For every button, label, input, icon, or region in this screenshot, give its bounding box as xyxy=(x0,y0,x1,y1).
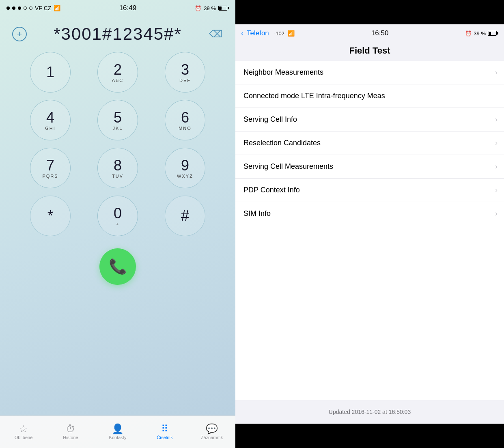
call-button-row: 📞 xyxy=(99,240,136,291)
tab-kontakty[interactable]: 👤 Kontakty xyxy=(101,424,134,440)
backspace-icon: ⌫ xyxy=(209,28,223,40)
chevron-right-icon-5: › xyxy=(495,186,498,194)
backspace-button[interactable]: ⌫ xyxy=(209,27,223,41)
call-button[interactable]: 📞 xyxy=(99,248,136,285)
add-contact-button[interactable]: + xyxy=(12,27,27,41)
key-1[interactable]: 1 xyxy=(30,52,71,93)
back-label[interactable]: Telefon xyxy=(247,29,269,37)
menu-item-pdp-context-info[interactable]: PDP Context Info › xyxy=(235,179,504,202)
dialpad-icon: ⠿ xyxy=(161,424,168,434)
key-4[interactable]: 4 GHI xyxy=(30,100,71,140)
updated-row: Updated 2016-11-02 at 16:50:03 xyxy=(235,400,504,424)
signal-carrier-group: VF CZ 📶 xyxy=(6,5,60,11)
chevron-right-icon-6: › xyxy=(495,209,498,218)
tab-zaznamnik-label: Záznamník xyxy=(201,435,223,440)
key-9[interactable]: 9 WXYZ xyxy=(165,148,205,188)
menu-label-reselection-candidates: Reselection Candidates xyxy=(243,139,321,147)
tab-historie[interactable]: ⏱ Historie xyxy=(54,424,87,440)
tab-kontakty-label: Kontakty xyxy=(109,435,127,440)
tab-ciselnik-label: Číselník xyxy=(157,435,173,440)
key-7[interactable]: 7 PQRS xyxy=(30,148,71,188)
key-0[interactable]: 0 + xyxy=(97,196,138,236)
alarm-icon-right: ⏰ xyxy=(465,30,472,37)
battery-text-right: 39 % xyxy=(474,30,486,37)
updated-text: Updated 2016-11-02 at 16:50:03 xyxy=(329,409,411,415)
add-icon: + xyxy=(17,29,22,39)
history-icon: ⏱ xyxy=(66,424,75,434)
time-right: 16:50 xyxy=(371,29,389,37)
page-title-row: Field Test xyxy=(235,42,504,61)
menu-label-connected-mode-lte: Connected mode LTE Intra-frequency Meas xyxy=(243,92,385,100)
dial-number-display: *3001#12345#* xyxy=(12,24,223,44)
signal-dot-2 xyxy=(12,6,15,10)
voicemail-icon: 💬 xyxy=(206,424,218,434)
key-hash[interactable]: # xyxy=(165,196,205,236)
status-bar-right: ‹ Telefon -102 📶 16:50 ⏰ 39 % xyxy=(235,24,504,42)
key-8[interactable]: 8 TUV xyxy=(97,148,138,188)
signal-dot-4 xyxy=(24,6,27,10)
key-3[interactable]: 3 DEF xyxy=(165,52,205,93)
menu-item-neighbor-measurements[interactable]: Neighbor Measurements › xyxy=(235,61,504,84)
menu-item-connected-mode-lte[interactable]: Connected mode LTE Intra-frequency Meas xyxy=(235,84,504,108)
menu-label-sim-info: SIM Info xyxy=(243,209,271,218)
wifi-icon-right: 📶 xyxy=(288,30,295,37)
menu-item-serving-cell-measurements[interactable]: Serving Cell Measurements › xyxy=(235,155,504,179)
wifi-icon: 📶 xyxy=(54,5,60,11)
signal-dot-3 xyxy=(18,6,21,10)
page-title: Field Test xyxy=(235,45,504,56)
chevron-right-icon-2: › xyxy=(495,115,498,124)
tab-historie-label: Historie xyxy=(63,435,78,440)
dialer-panel: VF CZ 📶 16:49 ⏰ 39 % + *3001#12345#* ⌫ 1 xyxy=(0,0,235,448)
tab-oblibene-label: Oblíbené xyxy=(15,435,33,440)
phone-icon: 📞 xyxy=(109,258,127,275)
battery-icon-left xyxy=(218,6,229,11)
key-5[interactable]: 5 JKL xyxy=(97,100,138,140)
battery-group-right: ⏰ 39 % xyxy=(465,30,498,37)
chevron-right-icon-0: › xyxy=(495,68,498,77)
menu-label-serving-cell-measurements: Serving Cell Measurements xyxy=(243,162,333,171)
battery-text-left: 39 % xyxy=(204,5,216,11)
bottom-tabs: ☆ Oblíbené ⏱ Historie 👤 Kontakty ⠿ Čísel… xyxy=(0,416,235,448)
signal-dot-1 xyxy=(6,6,10,10)
keypad: 1 2 ABC 3 DEF 4 GHI 5 JKL 6 MNO 7 PQRS 8 xyxy=(0,48,235,240)
menu-label-serving-cell-info: Serving Cell Info xyxy=(243,115,297,124)
key-2[interactable]: 2 ABC xyxy=(97,52,138,93)
time-left: 16:49 xyxy=(119,4,137,12)
menu-label-pdp-context-info: PDP Context Info xyxy=(243,186,300,194)
signal-strength: -102 xyxy=(274,30,284,37)
star-icon: ☆ xyxy=(19,424,28,434)
menu-item-reselection-candidates[interactable]: Reselection Candidates › xyxy=(235,131,504,155)
tab-zaznamnik[interactable]: 💬 Záznamník xyxy=(196,424,228,440)
tab-ciselnik[interactable]: ⠿ Číselník xyxy=(149,424,181,440)
chevron-right-icon-3: › xyxy=(495,139,498,147)
key-6[interactable]: 6 MNO xyxy=(165,100,205,140)
menu-label-neighbor-measurements: Neighbor Measurements xyxy=(243,68,323,77)
key-star[interactable]: * xyxy=(30,196,71,236)
signal-dot-5 xyxy=(29,6,32,10)
chevron-right-icon-4: › xyxy=(495,162,498,171)
menu-list: Neighbor Measurements › Connected mode L… xyxy=(235,61,504,400)
black-top-bar xyxy=(235,0,504,24)
carrier-name: VF CZ xyxy=(35,5,51,11)
black-bottom-bar xyxy=(235,424,504,448)
dial-input-row: + *3001#12345#* ⌫ xyxy=(0,16,235,48)
status-left-right: ‹ Telefon -102 📶 xyxy=(241,29,295,38)
status-bar-left: VF CZ 📶 16:49 ⏰ 39 % xyxy=(0,0,235,16)
field-test-panel: ‹ Telefon -102 📶 16:50 ⏰ 39 % Field Test… xyxy=(235,0,504,448)
tab-oblibene[interactable]: ☆ Oblíbené xyxy=(7,424,40,440)
back-chevron-icon: ‹ xyxy=(241,29,243,38)
battery-icon-right xyxy=(488,31,498,36)
battery-group-left: ⏰ 39 % xyxy=(195,5,229,11)
menu-item-sim-info[interactable]: SIM Info › xyxy=(235,202,504,225)
alarm-icon-left: ⏰ xyxy=(195,5,201,11)
menu-item-serving-cell-info[interactable]: Serving Cell Info › xyxy=(235,108,504,131)
contacts-icon: 👤 xyxy=(112,424,124,434)
